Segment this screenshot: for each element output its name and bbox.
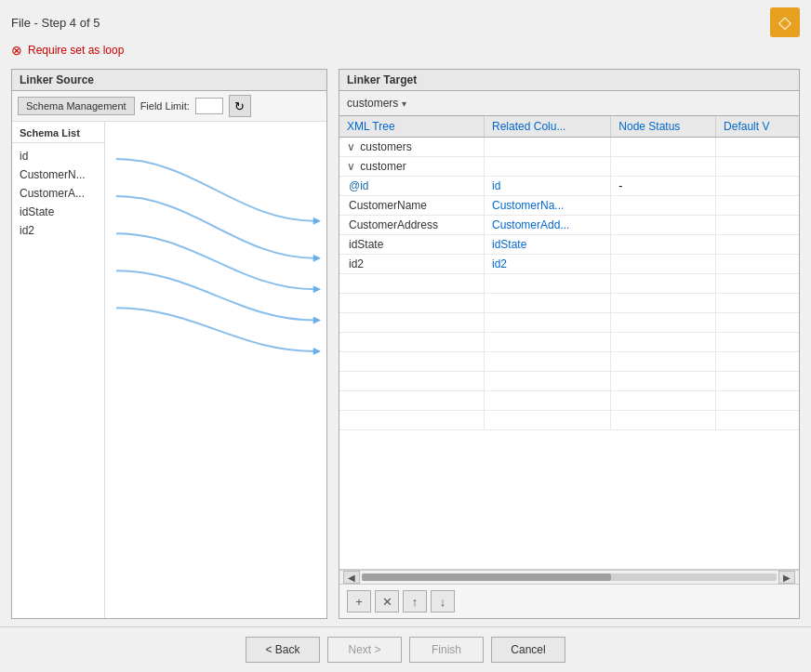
target-header: customers ▾ — [339, 91, 799, 116]
title-bar: File - Step 4 of 5 ◇ — [0, 0, 811, 41]
linker-target-title: Linker Target — [339, 70, 799, 91]
remove-row-button[interactable]: ✕ — [375, 590, 399, 613]
tree-toggle: ∨ — [347, 140, 355, 153]
tree-cell-name: idState — [339, 235, 485, 255]
schema-list-item[interactable]: CustomerN... — [12, 165, 104, 184]
schema-list-area: Schema List idCustomerN...CustomerA...id… — [12, 122, 105, 618]
finish-button[interactable]: Finish — [409, 637, 484, 663]
connection-area — [105, 122, 326, 618]
warning-icon: ⊗ — [11, 43, 22, 58]
tree-cell-status — [611, 138, 716, 157]
table-row[interactable]: idState idState — [339, 235, 799, 255]
table-row-empty — [339, 391, 799, 411]
target-dropdown-value: customers — [347, 97, 398, 110]
warning-row: ⊗ Require set as loop — [0, 41, 811, 63]
table-row-empty — [339, 352, 799, 372]
table-row[interactable]: CustomerName CustomerNa... — [339, 196, 799, 216]
tree-cell-status — [611, 255, 716, 274]
tree-cell-name: id2 — [339, 255, 485, 274]
xml-tree-table: XML Tree Related Colu... Node Status Def… — [339, 116, 799, 430]
schema-list-items: idCustomerN...CustomerA...idStateid2 — [12, 143, 104, 244]
tree-cell-status — [611, 216, 716, 235]
tree-cell-default — [716, 216, 799, 235]
svg-marker-3 — [313, 317, 321, 324]
table-row[interactable]: CustomerAddress CustomerAdd... — [339, 216, 799, 235]
scroll-left-btn[interactable]: ◀ — [343, 571, 360, 584]
add-row-button[interactable]: + — [347, 590, 371, 613]
linker-target-panel: Linker Target customers ▾ XML Tree Relat… — [339, 69, 800, 619]
svg-marker-1 — [313, 255, 321, 262]
tree-cell-status — [611, 157, 716, 177]
tree-cell-default — [716, 196, 799, 216]
schema-list-item[interactable]: idState — [12, 203, 104, 221]
schema-list-item[interactable]: id — [12, 147, 104, 165]
xml-tree-container[interactable]: XML Tree Related Colu... Node Status Def… — [339, 116, 799, 570]
svg-marker-0 — [313, 217, 321, 225]
tree-cell-default — [716, 157, 799, 177]
move-down-button[interactable]: ↓ — [431, 590, 455, 613]
col-xml-tree: XML Tree — [339, 116, 485, 138]
table-row-empty — [339, 333, 799, 352]
refresh-icon: ↻ — [234, 99, 245, 113]
top-icon-symbol: ◇ — [778, 12, 791, 33]
tree-node-label: customers — [360, 140, 411, 153]
tree-cell-name: CustomerName — [339, 196, 485, 216]
next-button[interactable]: Next > — [327, 637, 402, 663]
scroll-right-btn[interactable]: ▶ — [778, 571, 795, 584]
tree-cell-name: CustomerAddress — [339, 216, 485, 235]
tree-cell-default — [716, 235, 799, 255]
schema-list-header: Schema List — [12, 125, 104, 143]
schema-list-item[interactable]: id2 — [12, 221, 104, 240]
tree-cell-name: @id — [339, 177, 485, 196]
tree-cell-related: idState — [485, 235, 611, 255]
tree-cell-status — [611, 196, 716, 216]
tree-cell-related — [485, 138, 611, 157]
schema-list-item[interactable]: CustomerA... — [12, 184, 104, 203]
target-dropdown[interactable]: customers ▾ — [347, 97, 406, 110]
tree-cell-name: ∨ customer — [339, 157, 485, 177]
table-row-empty — [339, 411, 799, 430]
tree-cell-default — [716, 177, 799, 196]
tree-cell-name: ∨ customers — [339, 138, 485, 157]
table-row-empty — [339, 294, 799, 313]
svg-marker-4 — [313, 348, 321, 355]
wizard-title: File - Step 4 of 5 — [11, 16, 100, 30]
tree-cell-status: - — [611, 177, 716, 196]
tree-cell-default — [716, 138, 799, 157]
table-row[interactable]: id2 id2 — [339, 255, 799, 274]
table-row-empty — [339, 274, 799, 294]
source-body: Schema List idCustomerN...CustomerA...id… — [12, 122, 326, 618]
linker-source-panel: Linker Source Schema Management Field Li… — [11, 69, 327, 619]
horizontal-scrollbar[interactable]: ◀ ▶ — [339, 570, 799, 585]
table-row-empty — [339, 313, 799, 333]
table-row[interactable]: @id id - — [339, 177, 799, 196]
chevron-down-icon: ▾ — [402, 99, 406, 109]
target-toolbar: + ✕ ↑ ↓ — [339, 585, 799, 618]
connection-svg — [105, 122, 326, 618]
col-default-v: Default V — [716, 116, 799, 138]
scroll-track — [362, 573, 777, 581]
move-up-button[interactable]: ↑ — [403, 590, 427, 613]
svg-marker-2 — [313, 285, 321, 293]
warning-text: Require set as loop — [28, 44, 124, 57]
table-row[interactable]: ∨ customer — [339, 157, 799, 177]
refresh-button[interactable]: ↻ — [229, 95, 251, 117]
table-row[interactable]: ∨ customers — [339, 138, 799, 157]
footer: < Back Next > Finish Cancel — [0, 626, 811, 672]
tree-node-label: CustomerAddress — [349, 218, 438, 231]
tree-cell-related: id2 — [485, 255, 611, 274]
source-toolbar: Schema Management Field Limit: 5 ↻ — [12, 91, 326, 122]
tree-node-label: customer — [360, 160, 406, 173]
schema-management-button[interactable]: Schema Management — [18, 97, 135, 115]
tree-cell-related: CustomerNa... — [485, 196, 611, 216]
tree-node-label: @id — [349, 179, 369, 192]
cancel-button[interactable]: Cancel — [491, 637, 565, 663]
col-node-status: Node Status — [611, 116, 716, 138]
field-limit-label: Field Limit: — [140, 100, 190, 112]
field-limit-input[interactable]: 5 — [195, 98, 223, 114]
back-button[interactable]: < Back — [246, 637, 320, 663]
tree-cell-related: CustomerAdd... — [485, 216, 611, 235]
tree-cell-related: id — [485, 177, 611, 196]
tree-node-label: id2 — [349, 257, 364, 270]
tree-toggle: ∨ — [347, 160, 355, 173]
